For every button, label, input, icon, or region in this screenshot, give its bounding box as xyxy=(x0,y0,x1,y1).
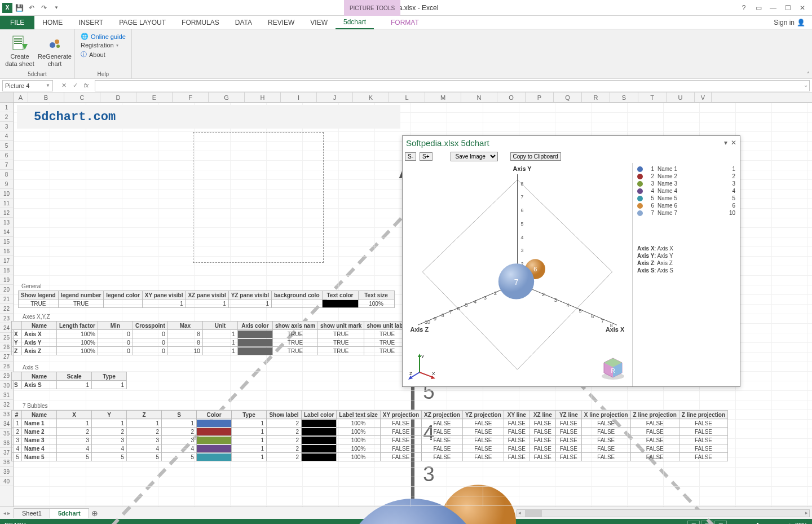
tab-insert[interactable]: INSERT xyxy=(70,16,111,29)
chart-placeholder[interactable] xyxy=(193,132,324,263)
col-header[interactable]: L xyxy=(389,93,425,102)
axis-s-table[interactable]: NameScaleTypeSAxis S11 xyxy=(11,372,127,389)
row-header[interactable]: 31 xyxy=(0,390,13,400)
col-header[interactable]: G xyxy=(209,93,245,102)
row-header[interactable]: 18 xyxy=(0,266,13,275)
ribbon-options-icon[interactable]: ▭ xyxy=(752,2,765,14)
row-header[interactable]: 5 xyxy=(0,141,13,151)
nav-cube-icon[interactable]: R xyxy=(599,354,626,381)
axes-xyz-table[interactable]: NameLength factorMinCrosspointMaxUnitAxi… xyxy=(11,321,411,355)
sign-in[interactable]: Sign in👤 xyxy=(774,19,812,27)
axis-desc: Axis Z: Axis Z xyxy=(637,259,735,267)
row-header[interactable]: 2 xyxy=(0,112,13,122)
tab-data[interactable]: DATA xyxy=(227,16,260,29)
tab-file[interactable]: FILE xyxy=(0,16,34,29)
col-header[interactable]: U xyxy=(667,93,695,102)
col-header[interactable]: C xyxy=(64,93,100,102)
bubbles-table[interactable]: #NameXYZSColorTypeShow labelLabel colorL… xyxy=(11,410,728,461)
tab-home[interactable]: HOME xyxy=(34,16,70,29)
online-guide-button[interactable]: 🌐Online guide xyxy=(81,33,126,40)
copy-clipboard-button[interactable]: Copy to Clipboard xyxy=(510,152,561,161)
tab-nav-first-icon[interactable]: ◂ xyxy=(3,510,6,516)
col-header[interactable]: V xyxy=(695,93,712,102)
row-header[interactable]: 1 xyxy=(0,103,13,112)
row-header[interactable]: 19 xyxy=(0,275,13,285)
row-header[interactable]: 13 xyxy=(0,218,13,227)
row-header[interactable]: 9 xyxy=(0,179,13,189)
tab-format[interactable]: FORMAT xyxy=(383,16,427,29)
row-header[interactable]: 6 xyxy=(0,151,13,160)
qat-dropdown-icon[interactable]: ▼ xyxy=(51,2,62,14)
tab-formulas[interactable]: FORMULAS xyxy=(174,16,227,29)
svg-text:Z: Z xyxy=(409,371,412,376)
row-header[interactable]: 7 xyxy=(0,160,13,170)
col-header[interactable]: Q xyxy=(554,93,582,102)
close-icon[interactable]: ✕ xyxy=(796,2,809,14)
minimize-icon[interactable]: — xyxy=(767,2,779,14)
formula-bar[interactable]: ⌄ xyxy=(95,80,810,91)
redo-icon[interactable]: ↷ xyxy=(38,2,50,14)
col-header[interactable]: M xyxy=(425,93,461,102)
col-header[interactable]: B xyxy=(28,93,64,102)
col-header[interactable]: J xyxy=(317,93,353,102)
col-header[interactable]: A xyxy=(14,93,28,102)
tab-review[interactable]: REVIEW xyxy=(260,16,302,29)
col-header[interactable]: P xyxy=(526,93,554,102)
ribbon-collapse-icon[interactable]: ˄ xyxy=(807,71,810,77)
row-header[interactable]: 8 xyxy=(0,170,13,179)
select-all-corner[interactable] xyxy=(0,93,14,102)
row-header[interactable]: 40 xyxy=(0,477,13,486)
section-label-axis-s: Axis S xyxy=(11,363,127,372)
col-header[interactable]: O xyxy=(497,93,526,102)
taskpane-menu-icon[interactable]: ▾ xyxy=(724,139,727,147)
row-header[interactable]: 11 xyxy=(0,199,13,208)
col-header[interactable]: K xyxy=(353,93,389,102)
col-header[interactable]: E xyxy=(136,93,173,102)
col-header[interactable]: F xyxy=(173,93,209,102)
help-icon[interactable]: ? xyxy=(738,2,750,14)
legend-item: 2Name 22 xyxy=(637,173,735,180)
col-header[interactable]: I xyxy=(281,93,317,102)
row-header[interactable]: 20 xyxy=(0,285,13,294)
row-header[interactable]: 10 xyxy=(0,189,13,199)
col-header[interactable]: H xyxy=(245,93,281,102)
row-header[interactable]: 3 xyxy=(0,122,13,131)
expand-formula-icon[interactable]: ⌄ xyxy=(804,82,808,88)
chevron-down-icon[interactable]: ▼ xyxy=(46,83,50,88)
tab-5dchart[interactable]: 5dchart xyxy=(336,16,374,29)
row-header[interactable]: 14 xyxy=(0,227,13,237)
row-header[interactable]: 12 xyxy=(0,208,13,218)
row-header[interactable]: 21 xyxy=(0,294,13,304)
tab-nav-last-icon[interactable]: ▸ xyxy=(7,510,10,516)
col-header[interactable]: S xyxy=(610,93,638,102)
tab-page-layout[interactable]: PAGE LAYOUT xyxy=(111,16,174,29)
cancel-formula-icon[interactable]: ✕ xyxy=(59,82,69,89)
save-icon[interactable]: 💾 xyxy=(14,2,25,14)
row-header[interactable]: 16 xyxy=(0,246,13,256)
s-plus-button[interactable]: S+ xyxy=(420,152,433,161)
row-header[interactable]: 4 xyxy=(0,131,13,141)
enter-formula-icon[interactable]: ✓ xyxy=(70,82,80,89)
taskpane-chart[interactable]: Axis Y Axis X Axis Z 876 543 21 123 456 … xyxy=(403,163,633,386)
fx-icon[interactable]: fx xyxy=(81,82,91,89)
taskpane-close-icon[interactable]: ✕ xyxy=(731,139,736,147)
general-table[interactable]: Show legendlegend numberlegend colorXY p… xyxy=(18,290,395,308)
name-box[interactable]: Picture 4▼ xyxy=(2,80,53,91)
row-header[interactable]: 15 xyxy=(0,237,13,246)
save-image-select[interactable]: Save Image xyxy=(451,152,498,161)
undo-icon[interactable]: ↶ xyxy=(26,2,37,14)
col-header[interactable]: R xyxy=(582,93,610,102)
s-minus-button[interactable]: S- xyxy=(405,152,416,161)
regenerate-chart-button[interactable]: ReGenerate chart xyxy=(38,32,71,70)
tab-view[interactable]: VIEW xyxy=(302,16,336,29)
col-header[interactable]: T xyxy=(638,93,667,102)
about-button[interactable]: ⓘAbout xyxy=(81,50,126,59)
registration-button[interactable]: Registration▾ xyxy=(81,42,126,49)
axis-desc: Axis X: Axis X xyxy=(637,245,735,252)
maximize-icon[interactable]: ☐ xyxy=(782,2,794,14)
col-header[interactable]: N xyxy=(461,93,497,102)
row-header[interactable]: 17 xyxy=(0,256,13,266)
row-header[interactable]: 39 xyxy=(0,467,13,477)
create-data-sheet-button[interactable]: Create data sheet xyxy=(3,32,36,70)
col-header[interactable]: D xyxy=(100,93,136,102)
